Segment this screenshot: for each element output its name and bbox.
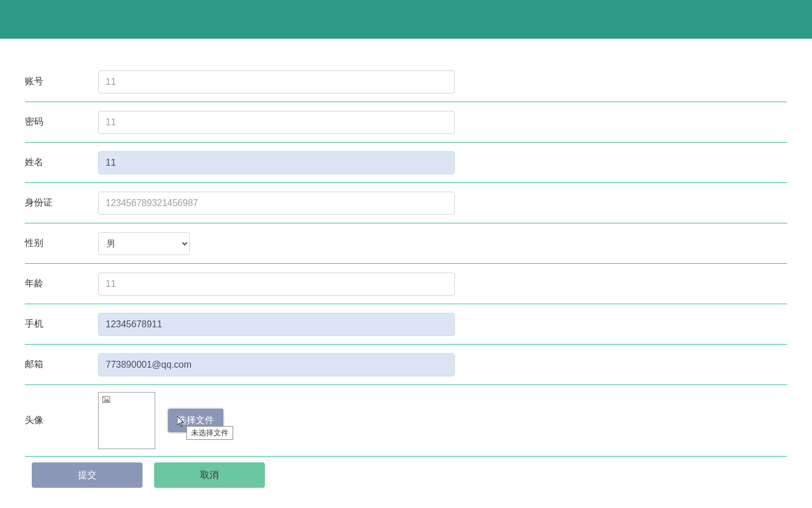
cancel-button[interactable]: 取消	[154, 462, 265, 488]
submit-button[interactable]: 提交	[32, 462, 143, 488]
label-account: 账号	[25, 76, 98, 88]
input-password[interactable]	[98, 111, 455, 134]
row-age: 年龄	[25, 264, 787, 304]
input-age[interactable]	[98, 272, 455, 296]
input-name[interactable]	[98, 151, 455, 174]
label-email: 邮箱	[25, 358, 98, 371]
row-name: 姓名	[25, 143, 787, 183]
form-container: 账号 密码 姓名 身份证 性别 男 年龄 手机 邮箱 头像	[0, 39, 812, 499]
row-email: 邮箱	[25, 345, 787, 385]
label-password: 密码	[25, 116, 98, 128]
row-idcard: 身份证	[25, 183, 787, 223]
row-gender: 性别 男	[25, 223, 787, 264]
label-age: 年龄	[25, 278, 98, 290]
label-name: 姓名	[25, 156, 98, 169]
input-email[interactable]	[98, 353, 455, 376]
label-phone: 手机	[25, 318, 98, 330]
row-avatar: 头像 选择文件 未选择文件	[25, 385, 787, 457]
page-header	[0, 0, 812, 39]
file-tooltip: 未选择文件	[186, 426, 233, 440]
input-idcard[interactable]	[98, 192, 455, 215]
broken-image-icon	[102, 396, 110, 404]
label-gender: 性别	[25, 237, 98, 249]
action-row: 提交 取消	[25, 457, 787, 488]
label-avatar: 头像	[25, 414, 98, 427]
input-account[interactable]	[98, 70, 455, 94]
file-button-wrapper: 选择文件 未选择文件	[168, 409, 223, 432]
select-gender[interactable]: 男	[98, 232, 190, 255]
row-phone: 手机	[25, 304, 787, 345]
label-idcard: 身份证	[25, 197, 98, 209]
row-password: 密码	[25, 102, 787, 143]
input-phone[interactable]	[98, 313, 455, 336]
row-account: 账号	[25, 62, 787, 102]
avatar-preview	[98, 392, 155, 449]
